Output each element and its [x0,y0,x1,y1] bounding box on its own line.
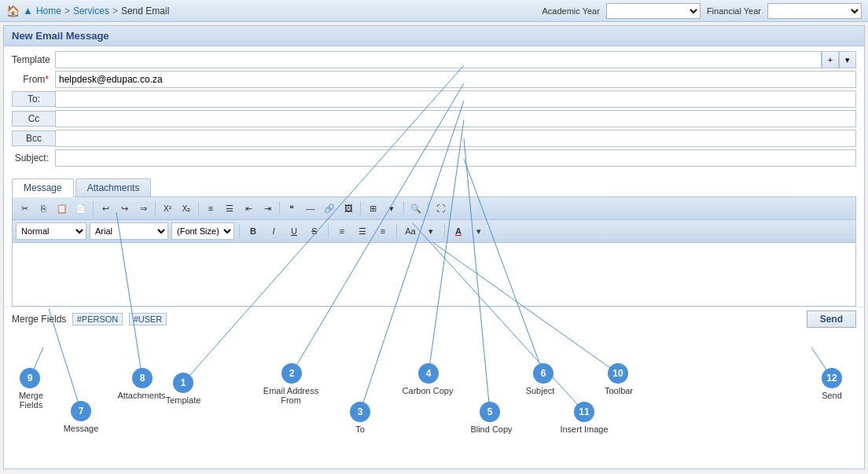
sep2: > [112,6,118,17]
current-page: Send Email [121,6,169,17]
table-btn[interactable]: ⊞ [364,200,381,217]
home-icon2: ▲ [23,5,33,17]
style-btn[interactable]: Aa [402,222,419,240]
academic-year-label: Academic Year [542,6,600,16]
from-required: * [45,74,49,85]
underline-btn[interactable]: U [285,222,303,240]
tabs-bar: Message Attachments [12,178,856,197]
home-icon: 🏠 [6,5,20,17]
template-btns: + ▾ [822,51,856,68]
academic-year-select[interactable] [606,3,701,19]
financial-year-label: Financial Year [707,6,761,16]
financial-year-select[interactable] [767,3,862,19]
user-tag[interactable]: #USER [129,313,167,325]
tab-message[interactable]: Message [12,178,74,197]
bcc-row: Bcc [12,130,856,147]
template-input[interactable] [55,51,822,68]
ordered-list-btn[interactable]: ≡ [202,200,219,217]
subscript-btn[interactable]: X₂ [178,200,195,217]
sep-t5 [360,201,361,215]
template-drop-btn[interactable]: ▾ [839,51,856,68]
tab-attachments[interactable]: Attachments [75,178,152,197]
cc-input[interactable] [55,110,856,127]
sep-t11 [444,224,445,238]
sep-t8 [239,224,240,238]
to-input[interactable] [55,90,856,108]
sep-t4 [279,201,280,215]
panel-title: New Email Message [4,26,864,46]
paste-btn[interactable]: 📋 [53,200,71,217]
sep-t9 [328,224,329,238]
sep-t2 [155,201,156,215]
link-btn[interactable]: 🔗 [321,200,338,217]
template-add-btn[interactable]: + [822,51,839,68]
template-row: Template + ▾ [12,51,856,68]
sep1: > [64,6,70,17]
from-row: From* [12,71,856,88]
align-right-btn[interactable]: ≡ [374,222,392,240]
send-button[interactable]: Send [807,310,856,328]
unordered-list-btn[interactable]: ☰ [221,200,238,217]
find-btn[interactable]: 🔍 [407,200,425,217]
image-btn[interactable]: 🖼 [340,200,357,217]
merge-fields-area: Merge Fields #PERSON #USER [12,313,167,325]
align-center-btn[interactable]: ☰ [354,222,371,240]
form-area: Template + ▾ From* To: Cc [4,46,864,174]
home-link[interactable]: Home [36,6,61,17]
breadcrumb: 🏠 ▲ Home > Services > Send Email [6,5,169,17]
services-link[interactable]: Services [73,6,109,17]
toolbar-row1: ✂ ⎘ 📋 📄 ↩ ↪ ⇒ X² X₂ ≡ ☰ ⇤ ⇥ ❝ — 🔗 [13,197,855,220]
cc-row: Cc [12,110,856,127]
from-input[interactable] [55,71,856,88]
top-bar: 🏠 ▲ Home > Services > Send Email Academi… [0,0,868,22]
toolbar-row2: Normal Heading 1 Heading 2 Arial Times N… [13,220,855,243]
align-left-btn[interactable]: ≡ [333,222,351,240]
copy-btn[interactable]: ⎘ [35,200,52,217]
font-select[interactable]: Arial Times New Roman [90,222,168,240]
top-right: Academic Year Financial Year [542,3,862,19]
to-row: To: [12,90,856,108]
editor-body[interactable] [13,243,855,306]
footer-bar: Merge Fields #PERSON #USER Send [4,307,864,331]
main-panel: New Email Message Template + ▾ From* T [3,25,865,469]
cut-btn[interactable]: ✂ [16,200,33,217]
undo-btn[interactable]: ↩ [97,200,114,217]
redo-btn[interactable]: ↪ [116,200,133,217]
blockquote-btn[interactable]: ❝ [283,200,300,217]
sep-t10 [396,224,397,238]
strikethrough-btn[interactable]: S [306,222,323,240]
outdent-btn[interactable]: ⇤ [240,200,257,217]
merge-fields-label: Merge Fields [12,314,66,325]
person-tag[interactable]: #PERSON [72,313,123,325]
size-select[interactable]: (Font Size) 8101214 [171,222,234,240]
editor-container: ✂ ⎘ 📋 📄 ↩ ↪ ⇒ X² X₂ ≡ ☰ ⇤ ⇥ ❝ — 🔗 [12,197,856,307]
sep-t7 [428,201,428,215]
sep-t6 [403,201,404,215]
from-label: From* [12,74,55,85]
indent-btn[interactable]: ⇥ [259,200,276,217]
subject-row: Subject: [12,149,856,167]
fullscreen-btn[interactable]: ⛶ [432,200,449,217]
subject-input[interactable] [55,149,856,167]
style-drop-btn[interactable]: ▾ [422,222,440,240]
paste-text-btn[interactable]: 📄 [72,200,90,217]
font-color-btn[interactable]: A [450,222,467,240]
bcc-input[interactable] [55,130,856,147]
redo2-btn[interactable]: ⇒ [134,200,152,217]
bold-btn[interactable]: B [245,222,262,240]
subject-label: Subject: [12,152,55,164]
cc-label: Cc [12,111,55,127]
italic-btn[interactable]: I [265,222,282,240]
font-color-drop-btn[interactable]: ▾ [470,222,487,240]
divider-btn[interactable]: — [302,200,319,217]
superscript-btn[interactable]: X² [159,200,176,217]
sep-t3 [198,201,199,215]
sep-t1 [93,201,94,215]
template-label: Template [12,54,55,65]
format-select[interactable]: Normal Heading 1 Heading 2 [16,222,86,240]
bcc-label: Bcc [12,130,55,146]
table-drop-btn[interactable]: ▾ [383,200,400,217]
to-label: To: [12,91,55,107]
